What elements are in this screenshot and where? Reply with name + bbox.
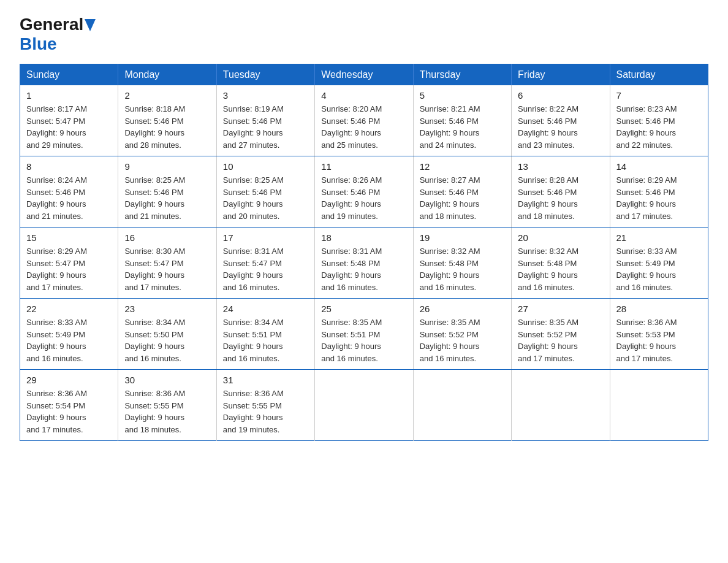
day-info: Sunrise: 8:29 AMSunset: 5:47 PMDaylight:… — [26, 245, 112, 293]
day-number: 28 — [616, 304, 702, 314]
weekday-header-monday: Monday — [118, 64, 216, 86]
calendar-cell: 11 Sunrise: 8:26 AMSunset: 5:46 PMDaylig… — [315, 156, 413, 228]
day-number: 29 — [26, 375, 112, 385]
day-info: Sunrise: 8:26 AMSunset: 5:46 PMDaylight:… — [321, 174, 406, 222]
day-info: Sunrise: 8:32 AMSunset: 5:48 PMDaylight:… — [518, 245, 603, 293]
calendar-cell — [413, 370, 511, 441]
day-number: 24 — [223, 304, 308, 314]
day-number: 1 — [26, 90, 112, 101]
calendar-week-row: 29 Sunrise: 8:36 AMSunset: 5:54 PMDaylig… — [20, 370, 708, 441]
calendar-cell: 25 Sunrise: 8:35 AMSunset: 5:51 PMDaylig… — [315, 299, 413, 370]
day-info: Sunrise: 8:31 AMSunset: 5:48 PMDaylight:… — [321, 245, 406, 293]
weekday-header-thursday: Thursday — [413, 64, 511, 86]
day-number: 8 — [26, 161, 112, 172]
calendar-cell: 19 Sunrise: 8:32 AMSunset: 5:48 PMDaylig… — [413, 228, 511, 299]
day-number: 21 — [616, 232, 702, 243]
day-info: Sunrise: 8:30 AMSunset: 5:47 PMDaylight:… — [124, 245, 210, 293]
day-info: Sunrise: 8:35 AMSunset: 5:52 PMDaylight:… — [420, 316, 505, 364]
day-number: 16 — [124, 232, 210, 243]
day-info: Sunrise: 8:33 AMSunset: 5:49 PMDaylight:… — [616, 245, 702, 293]
day-info: Sunrise: 8:17 AMSunset: 5:47 PMDaylight:… — [26, 103, 112, 151]
day-number: 13 — [518, 161, 603, 172]
calendar-cell: 14 Sunrise: 8:29 AMSunset: 5:46 PMDaylig… — [610, 156, 708, 228]
calendar-week-row: 1 Sunrise: 8:17 AMSunset: 5:47 PMDayligh… — [20, 85, 708, 156]
day-number: 20 — [518, 232, 603, 243]
calendar-cell: 20 Sunrise: 8:32 AMSunset: 5:48 PMDaylig… — [512, 228, 610, 299]
svg-marker-0 — [85, 19, 96, 31]
weekday-header-wednesday: Wednesday — [315, 64, 413, 86]
day-number: 2 — [124, 90, 210, 101]
day-info: Sunrise: 8:25 AMSunset: 5:46 PMDaylight:… — [124, 174, 210, 222]
calendar-cell: 5 Sunrise: 8:21 AMSunset: 5:46 PMDayligh… — [413, 85, 511, 156]
calendar-cell: 1 Sunrise: 8:17 AMSunset: 5:47 PMDayligh… — [20, 85, 118, 156]
day-info: Sunrise: 8:34 AMSunset: 5:51 PMDaylight:… — [223, 316, 308, 364]
day-info: Sunrise: 8:28 AMSunset: 5:46 PMDaylight:… — [518, 174, 603, 222]
day-info: Sunrise: 8:36 AMSunset: 5:54 PMDaylight:… — [26, 388, 112, 435]
day-info: Sunrise: 8:20 AMSunset: 5:46 PMDaylight:… — [321, 103, 406, 151]
day-info: Sunrise: 8:29 AMSunset: 5:46 PMDaylight:… — [616, 174, 702, 222]
day-number: 31 — [223, 375, 308, 385]
day-info: Sunrise: 8:36 AMSunset: 5:53 PMDaylight:… — [616, 316, 702, 364]
calendar-cell: 4 Sunrise: 8:20 AMSunset: 5:46 PMDayligh… — [315, 85, 413, 156]
day-number: 25 — [321, 304, 406, 314]
day-number: 12 — [420, 161, 505, 172]
calendar-table: SundayMondayTuesdayWednesdayThursdayFrid… — [20, 64, 708, 441]
weekday-header-friday: Friday — [512, 64, 610, 86]
day-info: Sunrise: 8:36 AMSunset: 5:55 PMDaylight:… — [223, 388, 308, 435]
weekday-header-saturday: Saturday — [610, 64, 708, 86]
day-info: Sunrise: 8:24 AMSunset: 5:46 PMDaylight:… — [26, 174, 112, 222]
day-number: 23 — [124, 304, 210, 314]
logo-blue-text: Blue — [20, 34, 57, 54]
day-number: 17 — [223, 232, 308, 243]
day-number: 9 — [124, 161, 210, 172]
calendar-cell: 15 Sunrise: 8:29 AMSunset: 5:47 PMDaylig… — [20, 228, 118, 299]
calendar-cell: 13 Sunrise: 8:28 AMSunset: 5:46 PMDaylig… — [512, 156, 610, 228]
calendar-cell: 31 Sunrise: 8:36 AMSunset: 5:55 PMDaylig… — [216, 370, 314, 441]
calendar-cell: 7 Sunrise: 8:23 AMSunset: 5:46 PMDayligh… — [610, 85, 708, 156]
day-number: 19 — [420, 232, 505, 243]
day-number: 3 — [223, 90, 308, 101]
calendar-cell: 10 Sunrise: 8:25 AMSunset: 5:46 PMDaylig… — [216, 156, 314, 228]
day-info: Sunrise: 8:34 AMSunset: 5:50 PMDaylight:… — [124, 316, 210, 364]
calendar-header-row: SundayMondayTuesdayWednesdayThursdayFrid… — [20, 64, 708, 86]
calendar-cell: 8 Sunrise: 8:24 AMSunset: 5:46 PMDayligh… — [20, 156, 118, 228]
day-info: Sunrise: 8:36 AMSunset: 5:55 PMDaylight:… — [124, 388, 210, 435]
calendar-cell: 23 Sunrise: 8:34 AMSunset: 5:50 PMDaylig… — [118, 299, 216, 370]
day-number: 4 — [321, 90, 406, 101]
day-number: 15 — [26, 232, 112, 243]
calendar-cell — [512, 370, 610, 441]
logo: General Blue — [20, 15, 96, 54]
day-info: Sunrise: 8:27 AMSunset: 5:46 PMDaylight:… — [420, 174, 505, 222]
weekday-header-sunday: Sunday — [20, 64, 118, 86]
calendar-cell — [315, 370, 413, 441]
calendar-cell: 27 Sunrise: 8:35 AMSunset: 5:52 PMDaylig… — [512, 299, 610, 370]
day-info: Sunrise: 8:35 AMSunset: 5:51 PMDaylight:… — [321, 316, 406, 364]
calendar-cell — [610, 370, 708, 441]
calendar-cell: 2 Sunrise: 8:18 AMSunset: 5:46 PMDayligh… — [118, 85, 216, 156]
logo-triangle-icon — [85, 19, 96, 31]
calendar-cell: 6 Sunrise: 8:22 AMSunset: 5:46 PMDayligh… — [512, 85, 610, 156]
day-info: Sunrise: 8:31 AMSunset: 5:47 PMDaylight:… — [223, 245, 308, 293]
logo-general-text: General — [20, 15, 83, 34]
day-number: 22 — [26, 304, 112, 314]
calendar-cell: 16 Sunrise: 8:30 AMSunset: 5:47 PMDaylig… — [118, 228, 216, 299]
page-header: General Blue — [20, 15, 708, 54]
day-info: Sunrise: 8:22 AMSunset: 5:46 PMDaylight:… — [518, 103, 603, 151]
calendar-week-row: 22 Sunrise: 8:33 AMSunset: 5:49 PMDaylig… — [20, 299, 708, 370]
day-info: Sunrise: 8:32 AMSunset: 5:48 PMDaylight:… — [420, 245, 505, 293]
calendar-cell: 17 Sunrise: 8:31 AMSunset: 5:47 PMDaylig… — [216, 228, 314, 299]
day-info: Sunrise: 8:19 AMSunset: 5:46 PMDaylight:… — [223, 103, 308, 151]
day-number: 10 — [223, 161, 308, 172]
day-info: Sunrise: 8:35 AMSunset: 5:52 PMDaylight:… — [518, 316, 603, 364]
day-number: 7 — [616, 90, 702, 101]
calendar-cell: 3 Sunrise: 8:19 AMSunset: 5:46 PMDayligh… — [216, 85, 314, 156]
day-number: 14 — [616, 161, 702, 172]
weekday-header-tuesday: Tuesday — [216, 64, 314, 86]
calendar-cell: 29 Sunrise: 8:36 AMSunset: 5:54 PMDaylig… — [20, 370, 118, 441]
day-info: Sunrise: 8:33 AMSunset: 5:49 PMDaylight:… — [26, 316, 112, 364]
calendar-cell: 24 Sunrise: 8:34 AMSunset: 5:51 PMDaylig… — [216, 299, 314, 370]
calendar-cell: 12 Sunrise: 8:27 AMSunset: 5:46 PMDaylig… — [413, 156, 511, 228]
day-number: 18 — [321, 232, 406, 243]
day-number: 30 — [124, 375, 210, 385]
day-info: Sunrise: 8:25 AMSunset: 5:46 PMDaylight:… — [223, 174, 308, 222]
